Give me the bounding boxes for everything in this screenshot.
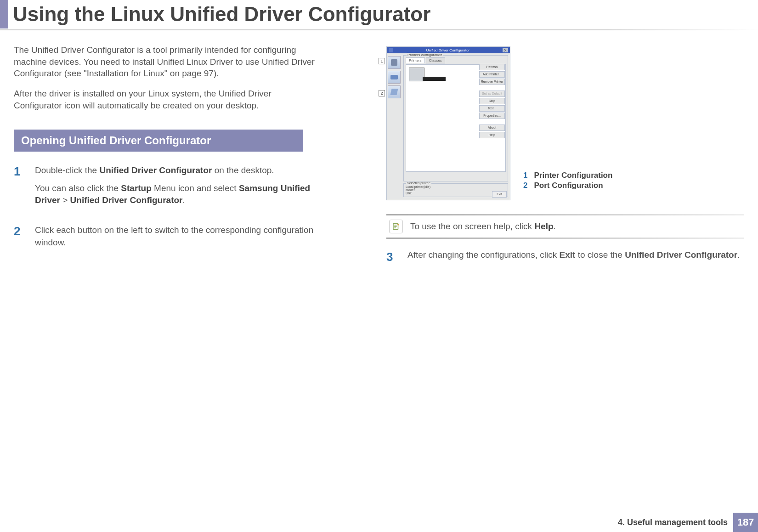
step-2-text: Click each button on the left to switch …: [35, 224, 317, 249]
note-divider-top: [386, 214, 744, 215]
legend-num: 2: [523, 181, 530, 190]
step-number: 1: [14, 164, 26, 212]
scanner-config-icon: [388, 71, 401, 84]
add-printer-button: Add Printer...: [479, 71, 505, 78]
window-titlebar: Unified Driver Configurator X: [387, 47, 510, 53]
tabs: Printers Classes: [406, 57, 506, 63]
bold: Exit: [560, 250, 576, 260]
step-number: 3: [386, 250, 398, 264]
selected-line-3: URI:: [406, 192, 506, 195]
help-button: Help: [479, 132, 505, 138]
text: .: [182, 195, 185, 205]
step-body: Click each button on the left to switch …: [35, 224, 317, 254]
about-button: About: [479, 125, 505, 131]
text: .: [554, 221, 556, 231]
page-footer: 4. Useful management tools 187: [0, 513, 758, 532]
stop-button: Stop: [479, 98, 505, 104]
section-heading: Opening Unified Driver Configurator: [14, 130, 303, 152]
step-3-text: After changing the configurations, click…: [407, 250, 740, 264]
set-default-button: Set as Default: [479, 91, 505, 97]
bold: Unified Driver Configurator: [70, 195, 183, 205]
page-title: Using the Linux Unified Driver Configura…: [13, 3, 430, 26]
step-1-line-b: You can also click the Startup Menu icon…: [35, 182, 317, 207]
note-divider-bottom: [386, 238, 744, 239]
chapter-label: 4. Useful management tools: [618, 518, 733, 527]
bold: Unified Driver Configurator: [99, 165, 212, 175]
intro-paragraph-1: The Unified Driver Configurator is a too…: [14, 44, 317, 79]
note-row: To use the on screen help, click Help.: [386, 216, 744, 237]
figure-legend: 1 Printer Configuration 2 Port Configura…: [523, 171, 612, 200]
step-2: 2 Click each button on the left to switc…: [14, 224, 317, 254]
properties-button: Properties...: [479, 113, 505, 119]
note-text: To use the on screen help, click Help.: [410, 221, 556, 232]
callout-1: 1: [379, 58, 385, 64]
window-menu-icon: [389, 48, 393, 52]
selected-group-label: Selected printer:: [406, 181, 431, 185]
remove-printer-button: Remove Printer: [479, 79, 505, 85]
window-main: Printers configuration Printers Classes …: [402, 53, 510, 200]
legend-label: Printer Configuration: [534, 171, 612, 180]
left-column: The Unified Driver Configurator is a too…: [14, 44, 372, 266]
header-accent: [0, 0, 8, 28]
left-iconbar: 1 2: [387, 53, 402, 200]
figure-area: Unified Driver Configurator X 1 2 Printe…: [386, 46, 744, 200]
tab-printers: Printers: [406, 57, 425, 63]
window-title: Unified Driver Configurator: [393, 48, 503, 52]
tab-classes: Classes: [426, 57, 445, 63]
text: You can also click the: [35, 183, 121, 193]
step-3: 3 After changing the configurations, cli…: [386, 250, 744, 264]
text: After changing the configurations, click: [407, 250, 560, 260]
bold: Unified Driver Configurator: [625, 250, 737, 260]
page-number: 187: [733, 513, 758, 532]
text: >: [60, 195, 70, 205]
legend-label: Port Configuration: [534, 181, 603, 190]
printer-icon: [409, 68, 424, 81]
note-box: To use the on screen help, click Help.: [386, 214, 744, 239]
intro-paragraph-2: After the driver is installed on your Li…: [14, 88, 317, 111]
header-underline: [0, 29, 758, 30]
page-header: Using the Linux Unified Driver Configura…: [0, 0, 758, 28]
printer-name-bar: [423, 77, 446, 81]
callout-2: 2: [379, 90, 385, 96]
step-body: Double-click the Unified Driver Configur…: [35, 164, 317, 212]
text: To use the on screen help, click: [410, 221, 534, 231]
group-label: Printers configuration: [407, 53, 443, 57]
printer-config-icon: [388, 56, 401, 69]
configurator-window: Unified Driver Configurator X 1 2 Printe…: [386, 46, 510, 200]
window-body: 1 2 Printers configuration Printers Clas…: [387, 53, 510, 200]
selected-line-2: Model:: [406, 188, 506, 192]
legend-num: 1: [523, 171, 530, 180]
text: to close the: [575, 250, 625, 260]
bold: Startup: [121, 183, 152, 193]
text: .: [737, 250, 740, 260]
port-config-icon: [388, 85, 401, 98]
step-number: 2: [14, 224, 26, 254]
selected-line-1: Local printer(idle): [406, 185, 506, 188]
legend-item-1: 1 Printer Configuration: [523, 171, 612, 180]
step-1-line-a: Double-click the Unified Driver Configur…: [35, 164, 317, 177]
close-icon: X: [503, 48, 508, 52]
exit-button: Exit: [492, 191, 507, 198]
text: Menu icon and select: [152, 183, 239, 193]
legend-item-2: 2 Port Configuration: [523, 181, 612, 190]
two-column-layout: The Unified Driver Configurator is a too…: [0, 44, 758, 266]
test-button: Test...: [479, 105, 505, 112]
printers-configuration-group: Printers configuration Printers Classes …: [403, 55, 508, 181]
bold: Help: [534, 221, 553, 231]
refresh-button: Refresh: [479, 64, 505, 70]
right-column: Unified Driver Configurator X 1 2 Printe…: [386, 44, 744, 266]
step-1: 1 Double-click the Unified Driver Config…: [14, 164, 317, 212]
button-column: Refresh Add Printer... Remove Printer Se…: [479, 64, 505, 138]
text: Double-click the: [35, 165, 99, 175]
note-icon: [389, 220, 403, 233]
text: on the desktop.: [212, 165, 274, 175]
